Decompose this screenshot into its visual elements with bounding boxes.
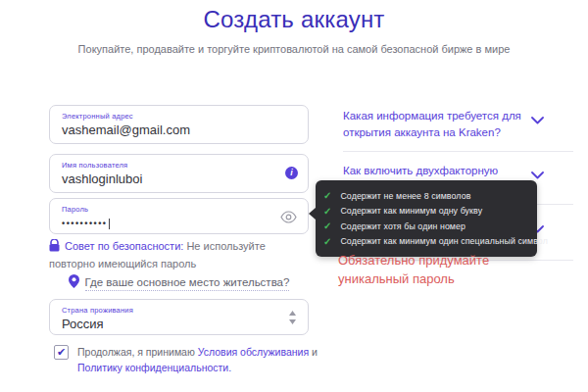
password-rules-tooltip: ✓ Содержит не менее 8 символов ✓ Содержи… xyxy=(316,180,537,257)
country-select[interactable]: Страна проживания Россия xyxy=(49,299,309,335)
signup-page: Создать аккаунт Покупайте, продавайте и … xyxy=(0,0,588,392)
username-value: vashloginluboi xyxy=(62,172,296,186)
username-input[interactable]: Имя пользователя vashloginluboi i xyxy=(49,154,309,193)
security-tip-prefix: Совет по безопасности: xyxy=(65,240,183,252)
select-stepper-icon[interactable] xyxy=(288,311,297,328)
chevron-down-icon[interactable] xyxy=(531,111,544,128)
password-rule: ✓ Содержит как минимум одну букву xyxy=(323,204,535,220)
text-caret xyxy=(109,219,110,229)
terms-and: и xyxy=(312,346,318,358)
password-rule: ✓ Содержит хотя бы один номер xyxy=(323,219,535,234)
password-input[interactable]: Пароль •••••••••• xyxy=(49,198,309,234)
eye-icon[interactable] xyxy=(280,210,297,227)
residence-question[interactable]: Где ваше основное место жительства? xyxy=(85,276,290,291)
password-warning-annotation: Обязательно придумайте уникальный пароль xyxy=(338,251,524,288)
check-icon: ✓ xyxy=(323,236,331,247)
email-value: vashemail@gmail.com xyxy=(62,122,296,137)
username-label: Имя пользователя xyxy=(62,161,296,170)
check-icon: ✓ xyxy=(323,206,331,217)
info-icon[interactable]: i xyxy=(285,167,298,179)
privacy-policy-link[interactable]: Политику конфиденциальности. xyxy=(77,362,231,373)
location-pin-icon xyxy=(69,274,79,292)
password-masked-value: •••••••••• xyxy=(62,219,108,228)
security-tip: Совет по безопасности: Не используйте по… xyxy=(49,238,312,271)
country-value: Россия xyxy=(62,317,296,331)
residence-question-row: Где ваше основное место жительства? xyxy=(49,274,309,292)
terms-text: Продолжая, я принимаю Условия обслуживан… xyxy=(77,344,320,375)
check-icon: ✓ xyxy=(323,220,331,231)
page-title: Создать аккаунт xyxy=(0,6,588,33)
faq-item-account-info[interactable]: Какая информация требуется для открытия … xyxy=(343,108,573,141)
email-input[interactable]: Электронный адрес vashemail@gmail.com xyxy=(49,105,309,144)
faq-item-label: Какая информация требуется для открытия … xyxy=(343,108,544,141)
terms-row: ✔ Продолжая, я принимаю Условия обслужив… xyxy=(54,344,320,375)
lock-icon xyxy=(49,239,60,256)
email-label: Электронный адрес xyxy=(62,112,296,121)
password-rule: ✓ Содержит не менее 8 символов xyxy=(323,188,535,204)
terms-checkbox[interactable]: ✔ xyxy=(54,345,69,360)
divider xyxy=(343,151,573,152)
check-icon: ✓ xyxy=(323,190,331,201)
terms-prefix: Продолжая, я принимаю xyxy=(77,346,195,358)
terms-of-service-link[interactable]: Условия обслуживания xyxy=(198,346,309,358)
password-rule: ✓ Содержит как минимум один специальный … xyxy=(323,234,535,250)
password-label: Пароль xyxy=(62,205,296,214)
country-label: Страна проживания xyxy=(62,306,296,315)
page-subtitle: Покупайте, продавайте и торгуйте криптов… xyxy=(0,43,588,55)
